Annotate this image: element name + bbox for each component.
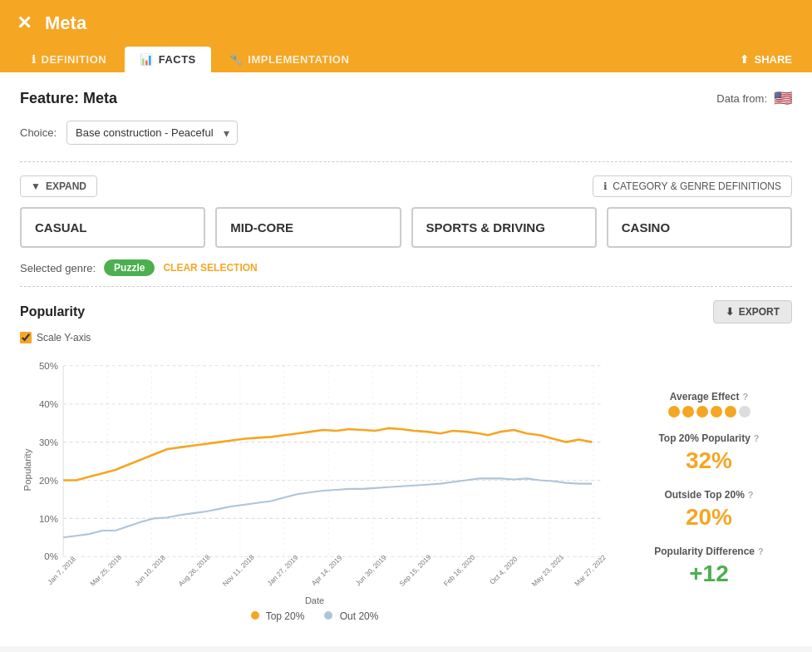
svg-text:Jun 10, 2018: Jun 10, 2018 bbox=[133, 553, 167, 587]
choice-row: Choice: Base construction - Peaceful bbox=[20, 121, 792, 145]
category-definition-button[interactable]: ℹ CATEGORY & GENRE DEFINITIONS bbox=[593, 175, 792, 197]
svg-text:20%: 20% bbox=[39, 476, 58, 486]
choice-label: Choice: bbox=[20, 126, 57, 139]
data-from: Data from: 🇺🇸 bbox=[716, 89, 792, 107]
tabs-bar: ℹ DEFINITION 📊 FACTS 🔧 IMPLEMENTATION ⬆ … bbox=[0, 47, 812, 72]
stars-row bbox=[668, 406, 750, 417]
popularity-chart: 50% 40% 30% 20% 10% 0% Popularity bbox=[20, 348, 609, 591]
svg-text:30%: 30% bbox=[39, 437, 58, 447]
scale-y-label: Scale Y-axis bbox=[37, 332, 91, 343]
genre-card-sports-driving[interactable]: SPORTS & DRIVING bbox=[411, 207, 597, 248]
share-icon: ⬆ bbox=[740, 53, 749, 66]
tab-definition[interactable]: ℹ DEFINITION bbox=[17, 47, 121, 72]
clear-selection-button[interactable]: CLEAR SELECTION bbox=[163, 262, 257, 274]
svg-text:Sep 15, 2019: Sep 15, 2019 bbox=[397, 553, 432, 588]
star-4 bbox=[711, 406, 722, 417]
selected-genre-row: Selected genre: Puzzle CLEAR SELECTION bbox=[20, 259, 792, 276]
svg-text:Aug 26, 2018: Aug 26, 2018 bbox=[176, 553, 211, 588]
genre-badge[interactable]: Puzzle bbox=[104, 259, 155, 276]
info-circle-icon: ℹ bbox=[603, 180, 608, 192]
star-1 bbox=[668, 406, 680, 417]
feature-title: Feature: Meta bbox=[20, 90, 117, 107]
info-icon: ℹ bbox=[32, 53, 37, 66]
popularity-diff-value: +12 bbox=[654, 561, 763, 587]
svg-text:Jun 30, 2019: Jun 30, 2019 bbox=[354, 553, 388, 587]
svg-text:Apr 14, 2019: Apr 14, 2019 bbox=[310, 553, 344, 587]
chevron-down-icon: ▼ bbox=[31, 180, 41, 192]
genre-grid: CASUAL MID-CORE SPORTS & DRIVING CASINO bbox=[20, 207, 792, 248]
chart-area: Scale Y-axis 50% 40% 30% bbox=[20, 332, 792, 622]
popularity-header: Popularity ⬇ EXPORT bbox=[20, 300, 792, 324]
top20-label: Top 20% Popularity ? bbox=[658, 432, 759, 444]
popularity-title: Popularity bbox=[20, 304, 85, 319]
genre-controls: ▼ EXPAND ℹ CATEGORY & GENRE DEFINITIONS bbox=[20, 175, 792, 197]
x-axis-label: Date bbox=[20, 595, 609, 605]
header: ✕ Meta bbox=[0, 0, 812, 47]
tab-implementation[interactable]: 🔧 IMPLEMENTATION bbox=[214, 47, 365, 72]
average-effect-block: Average Effect ? bbox=[668, 391, 750, 417]
expand-button[interactable]: ▼ EXPAND bbox=[20, 175, 97, 197]
chart-icon: 📊 bbox=[140, 53, 154, 66]
choice-select[interactable]: Base construction - Peaceful bbox=[66, 121, 238, 145]
svg-text:Jan 27, 2019: Jan 27, 2019 bbox=[265, 553, 299, 587]
popularity-diff-label: Popularity Difference ? bbox=[654, 546, 763, 557]
outside-top20-value: 20% bbox=[664, 504, 753, 531]
svg-text:Nov 11, 2018: Nov 11, 2018 bbox=[221, 553, 256, 588]
svg-text:0%: 0% bbox=[44, 551, 58, 561]
header-title: Meta bbox=[45, 12, 86, 34]
chart-legend: Top 20% Out 20% bbox=[20, 610, 609, 622]
flag-icon: 🇺🇸 bbox=[774, 89, 792, 107]
star-2 bbox=[682, 406, 694, 417]
legend-dot-out20 bbox=[324, 611, 332, 620]
svg-text:Feb 16, 2020: Feb 16, 2020 bbox=[442, 553, 477, 588]
star-6 bbox=[739, 406, 750, 417]
legend-out20: Out 20% bbox=[324, 610, 378, 622]
average-effect-label: Average Effect ? bbox=[668, 391, 750, 403]
export-button[interactable]: ⬇ EXPORT bbox=[713, 300, 792, 324]
scale-y-checkbox[interactable] bbox=[20, 332, 32, 343]
svg-text:May 23, 2021: May 23, 2021 bbox=[530, 552, 566, 588]
download-icon: ⬇ bbox=[726, 306, 734, 318]
average-effect-question-icon[interactable]: ? bbox=[742, 392, 748, 402]
popularity-section: Popularity ⬇ EXPORT Scale Y-axis bbox=[20, 300, 792, 622]
genre-card-casino[interactable]: CASINO bbox=[607, 207, 792, 248]
tab-facts[interactable]: 📊 FACTS bbox=[125, 47, 211, 72]
main-content: Feature: Meta Data from: 🇺🇸 Choice: Base… bbox=[0, 72, 812, 646]
top20-question-icon[interactable]: ? bbox=[754, 433, 760, 443]
chart-container: Scale Y-axis 50% 40% 30% bbox=[20, 332, 609, 622]
divider-2 bbox=[20, 286, 792, 287]
outside-top20-question-icon[interactable]: ? bbox=[748, 490, 754, 500]
chart-svg-wrap: 50% 40% 30% 20% 10% 0% Popularity bbox=[20, 348, 609, 594]
outside-top20-block: Outside Top 20% ? 20% bbox=[664, 489, 753, 531]
svg-text:10%: 10% bbox=[39, 514, 58, 524]
divider-1 bbox=[20, 161, 792, 162]
legend-dot-top20 bbox=[251, 611, 259, 620]
star-3 bbox=[696, 406, 708, 417]
feature-header: Feature: Meta Data from: 🇺🇸 bbox=[20, 89, 792, 107]
scale-y-row: Scale Y-axis bbox=[20, 332, 609, 343]
top20-block: Top 20% Popularity ? 32% bbox=[658, 432, 759, 474]
svg-text:40%: 40% bbox=[39, 399, 58, 409]
close-button[interactable]: ✕ bbox=[17, 14, 32, 32]
svg-text:Oct 4, 2020: Oct 4, 2020 bbox=[488, 555, 519, 586]
outside-top20-label: Outside Top 20% ? bbox=[664, 489, 753, 501]
svg-text:50%: 50% bbox=[39, 361, 58, 371]
svg-text:Mar 27, 2022: Mar 27, 2022 bbox=[573, 553, 608, 588]
svg-text:Popularity: Popularity bbox=[22, 448, 32, 491]
svg-text:Mar 25, 2018: Mar 25, 2018 bbox=[88, 553, 123, 588]
popularity-diff-question-icon[interactable]: ? bbox=[758, 546, 764, 556]
genre-card-casual[interactable]: CASUAL bbox=[20, 207, 205, 248]
wrench-icon: 🔧 bbox=[229, 53, 244, 66]
top20-value: 32% bbox=[658, 447, 759, 474]
share-button[interactable]: ⬆ SHARE bbox=[736, 47, 795, 72]
popularity-diff-block: Popularity Difference ? +12 bbox=[654, 546, 763, 587]
stats-panel: Average Effect ? Top 20% P bbox=[626, 332, 792, 622]
star-5 bbox=[725, 406, 736, 417]
legend-top20: Top 20% bbox=[251, 610, 305, 622]
choice-select-wrapper: Base construction - Peaceful bbox=[66, 121, 238, 145]
genre-card-midcore[interactable]: MID-CORE bbox=[215, 207, 401, 248]
